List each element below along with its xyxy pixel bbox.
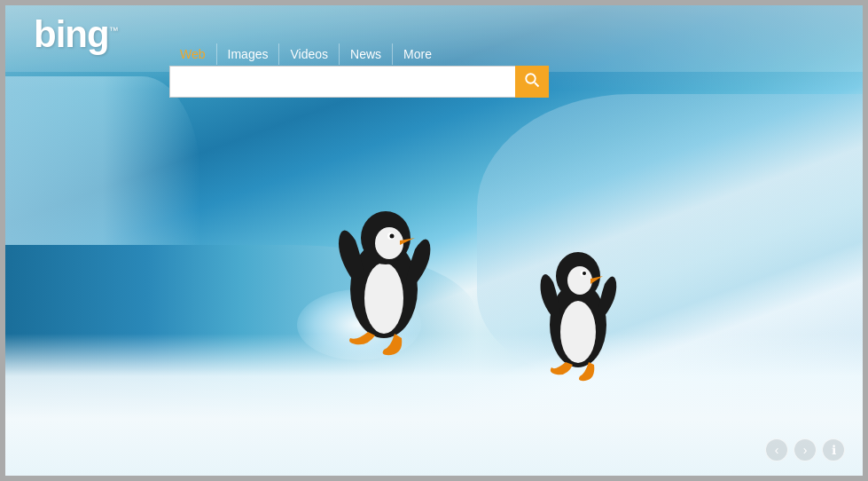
bing-logo-text: bing™: [34, 13, 118, 55]
nav-videos[interactable]: Videos: [279, 43, 340, 65]
search-area: [169, 66, 549, 98]
next-button[interactable]: ›: [794, 438, 817, 461]
nav-bar: Web Images Videos News More: [5, 5, 863, 72]
nav-links: Web Images Videos News More: [169, 43, 442, 65]
svg-point-1: [364, 263, 403, 334]
nav-more[interactable]: More: [393, 43, 442, 65]
penguin-jumping: [331, 174, 437, 369]
svg-point-7: [560, 301, 596, 363]
svg-point-12: [526, 74, 536, 83]
svg-point-11: [583, 272, 586, 275]
svg-point-3: [375, 227, 403, 259]
app-container: bing™ Web Images Videos News More ‹ › ℹ: [0, 0, 868, 481]
info-button[interactable]: ℹ: [822, 438, 845, 461]
prev-button[interactable]: ‹: [765, 438, 788, 461]
search-input[interactable]: [169, 66, 515, 98]
svg-line-13: [535, 83, 539, 87]
penguin-standing: [534, 218, 622, 387]
nav-web[interactable]: Web: [169, 43, 217, 65]
svg-point-5: [390, 234, 395, 239]
bottom-nav: ‹ › ℹ: [765, 438, 845, 461]
nav-news[interactable]: News: [340, 43, 393, 65]
nav-images[interactable]: Images: [217, 43, 280, 65]
bing-logo[interactable]: bing™: [34, 16, 118, 53]
search-button[interactable]: [515, 66, 549, 98]
svg-point-9: [567, 266, 592, 295]
search-icon: [524, 72, 540, 92]
